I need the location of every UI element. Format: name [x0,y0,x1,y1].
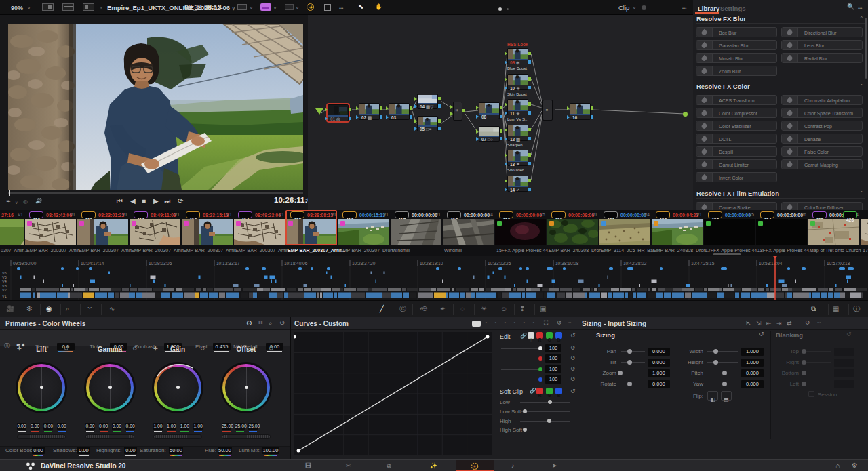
svg-text:10:47:25:15: 10:47:25:15 [691,261,715,266]
svg-text:09:59:50:00: 09:59:50:00 [13,261,37,266]
svg-text:V5: V5 [2,275,7,279]
svg-text:10:42:38:02: 10:42:38:02 [623,261,647,266]
svg-text:10:33:02:25: 10:33:02:25 [488,261,511,266]
svg-text:V1: V1 [2,294,7,298]
svg-text:V4: V4 [2,279,7,283]
svg-text:V2: V2 [2,288,7,292]
svg-text:10:04:17:14: 10:04:17:14 [81,261,104,266]
svg-text:10:28:19:10: 10:28:19:10 [420,261,443,266]
svg-text:10:38:10:08: 10:38:10:08 [555,261,579,266]
svg-text:10:57:00:18: 10:57:00:18 [827,261,850,266]
svg-text:10:18:40:06: 10:18:40:06 [284,261,308,266]
svg-text:10:53:13:04: 10:53:13:04 [759,261,783,266]
svg-text:10:13:33:17: 10:13:33:17 [216,261,240,266]
svg-text:10:23:37:20: 10:23:37:20 [352,261,376,266]
svg-text:10:09:03:05: 10:09:03:05 [149,261,172,266]
